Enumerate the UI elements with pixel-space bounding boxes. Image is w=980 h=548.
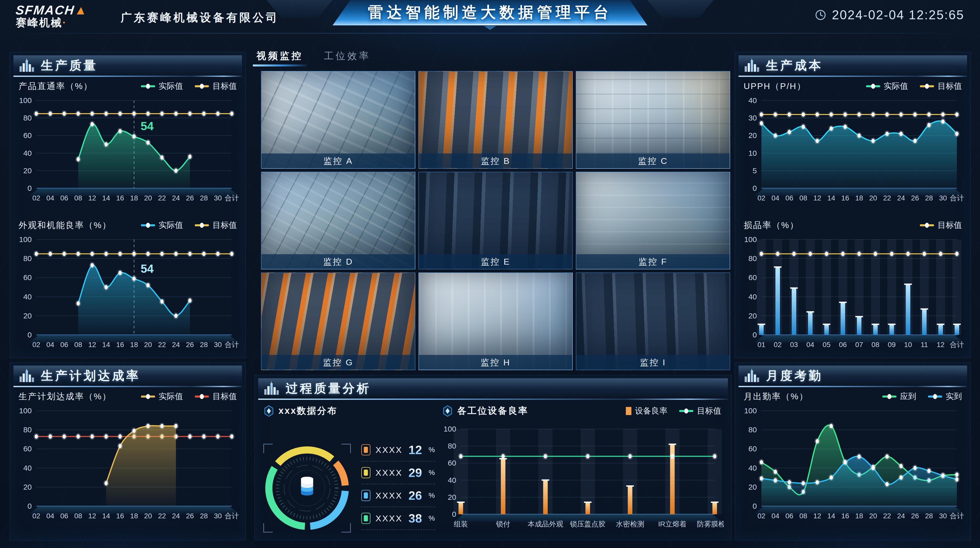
svg-text:60: 60 — [23, 273, 32, 282]
donut-legend-row[interactable]: XXXX29% — [361, 462, 435, 484]
dashboard: SFMACH▲ 赛峰机械· 广东赛峰机械设备有限公司 雷达智能制造大数据管理平台… — [0, 0, 980, 548]
monthly-attendance-panel: 月度考勤 月出勤率（%） 应到实到 0204060801000204060812… — [735, 362, 971, 540]
svg-text:60: 60 — [748, 273, 757, 282]
legend-item[interactable]: 实际值 — [141, 81, 183, 92]
bar-chart-icon — [744, 59, 760, 72]
svg-text:11: 11 — [921, 341, 928, 349]
camera-tile[interactable]: 监控 I — [576, 272, 730, 370]
svg-text:26: 26 — [911, 194, 919, 202]
svg-text:40: 40 — [23, 149, 32, 157]
svg-text:26: 26 — [186, 341, 194, 349]
svg-text:20: 20 — [748, 311, 757, 320]
video-monitor-tab[interactable]: 视频监控 — [256, 49, 303, 67]
upph-chart: 05102030400204060812141618202224262830合计 — [740, 94, 966, 205]
svg-text:40: 40 — [748, 464, 757, 472]
camera-label: 监控 F — [576, 254, 730, 269]
svg-text:22: 22 — [158, 341, 166, 349]
svg-text:12: 12 — [88, 194, 96, 202]
svg-text:合计: 合计 — [950, 341, 964, 349]
panel-header: 生产计划达成率 — [13, 365, 242, 386]
camera-tile[interactable]: 监控 H — [418, 272, 573, 370]
chart-title: 外观和机能良率（%） — [19, 219, 111, 231]
donut-legend-list: XXXX12%XXXX29%XXXX26%XXXX38% — [361, 438, 435, 530]
svg-text:04: 04 — [771, 194, 779, 202]
svg-text:18: 18 — [130, 194, 138, 202]
svg-text:06: 06 — [60, 512, 68, 520]
svg-text:10: 10 — [904, 341, 912, 349]
svg-text:80: 80 — [23, 426, 32, 434]
svg-text:60: 60 — [23, 445, 32, 453]
svg-text:80: 80 — [23, 254, 32, 262]
svg-text:18: 18 — [855, 512, 863, 520]
legend-item[interactable]: 目标值 — [195, 391, 237, 402]
svg-text:组装: 组装 — [454, 520, 468, 528]
chart-title: 损品率（%） — [744, 219, 799, 231]
legend-item[interactable]: 实际值 — [141, 220, 183, 231]
camera-label: 监控 G — [261, 355, 415, 370]
svg-text:18: 18 — [130, 341, 138, 349]
svg-text:14: 14 — [102, 341, 110, 349]
donut-legend-row[interactable]: XXXX12% — [361, 438, 435, 462]
legend-item[interactable]: 目标值 — [195, 220, 237, 231]
svg-text:06: 06 — [839, 341, 847, 349]
donut-legend-row[interactable]: XXXX38% — [361, 507, 435, 530]
svg-text:30: 30 — [214, 512, 222, 520]
chart-legend: 实际值目标值 — [141, 220, 237, 231]
svg-text:防雾膜检测: 防雾膜检测 — [697, 520, 724, 528]
legend-item[interactable]: 实际值 — [141, 391, 183, 402]
legend-item[interactable]: 应到 — [882, 391, 916, 402]
svg-text:0: 0 — [27, 502, 32, 510]
svg-text:100: 100 — [19, 407, 32, 415]
legend-item[interactable]: 设备良率 — [626, 405, 667, 416]
camera-tile[interactable]: 监控 C — [576, 71, 730, 169]
svg-text:60: 60 — [748, 445, 757, 453]
svg-text:0: 0 — [27, 330, 32, 339]
camera-tile[interactable]: 监控 A — [261, 71, 415, 169]
panel-title: 过程质量分析 — [286, 380, 371, 397]
legend-item[interactable]: 实到 — [928, 391, 962, 402]
svg-text:09: 09 — [888, 341, 896, 349]
svg-text:14: 14 — [102, 512, 110, 520]
svg-text:28: 28 — [200, 512, 208, 520]
svg-text:26: 26 — [186, 512, 194, 520]
svg-text:合计: 合计 — [225, 341, 239, 349]
camera-label: 监控 A — [261, 154, 415, 168]
camera-label: 监控 I — [576, 355, 730, 370]
svg-text:02: 02 — [32, 194, 40, 202]
distribution-subtitle-row: xxx数据分布 — [264, 405, 337, 417]
chart-title: UPPH（P/H） — [744, 80, 806, 92]
svg-text:合计: 合计 — [225, 194, 239, 202]
svg-text:30: 30 — [939, 194, 947, 202]
camera-tile[interactable]: 监控 B — [418, 71, 573, 169]
station-efficiency-tab[interactable]: 工位效率 — [324, 49, 371, 67]
camera-tile[interactable]: 监控 F — [576, 172, 730, 269]
panel-header: 月度考勤 — [738, 365, 967, 386]
svg-text:60: 60 — [23, 131, 32, 140]
svg-text:20: 20 — [144, 194, 152, 202]
camera-tile[interactable]: 监控 E — [418, 172, 573, 269]
legend-item[interactable]: 目标值 — [920, 220, 962, 231]
svg-text:0: 0 — [27, 184, 32, 192]
appearance-yield-chart: 0204060801000204060812141618202224262830… — [14, 233, 241, 352]
svg-text:16: 16 — [841, 194, 849, 202]
donut-legend-row[interactable]: XXXX26% — [361, 484, 435, 507]
legend-item[interactable]: 目标值 — [920, 81, 962, 92]
camera-tile[interactable]: 监控 G — [261, 272, 415, 370]
svg-text:40: 40 — [748, 292, 757, 301]
svg-text:20: 20 — [869, 194, 877, 202]
legend-item[interactable]: 实际值 — [866, 81, 908, 92]
data-distribution-donut — [263, 444, 351, 532]
svg-text:30: 30 — [214, 194, 222, 202]
svg-text:12: 12 — [937, 341, 945, 349]
camera-tile[interactable]: 监控 D — [261, 172, 415, 269]
chart-legend: 实际值目标值 — [141, 81, 237, 92]
svg-text:100: 100 — [744, 407, 757, 415]
svg-text:06: 06 — [60, 194, 68, 202]
legend-item[interactable]: 目标值 — [195, 81, 237, 92]
diamond-icon — [264, 405, 274, 417]
panel-title: 生产成本 — [766, 57, 823, 73]
station-yield-chart: 020406080100组装锁付本成品外观锁压盖点胶水密检测IR立熔着防雾膜检测 — [439, 423, 724, 532]
loss-rate-chart: 020406080100010203040506070809101112合计 — [740, 233, 966, 352]
camera-label: 监控 D — [261, 254, 415, 269]
legend-item[interactable]: 目标值 — [679, 405, 721, 416]
